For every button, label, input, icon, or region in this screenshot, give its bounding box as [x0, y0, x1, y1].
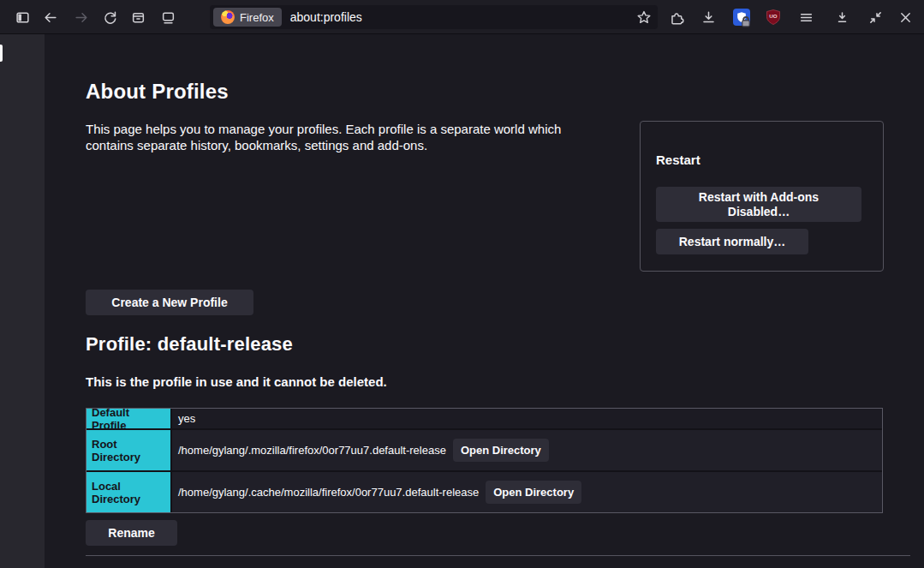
row-header-root-directory: Root Directory	[86, 430, 172, 470]
archive-box-button[interactable]	[126, 5, 150, 29]
page-description: This page helps you to manage your profi…	[86, 121, 608, 153]
table-row: Root Directory /home/gylang/.mozilla/fir…	[86, 428, 882, 470]
bookmark-star-button[interactable]	[634, 7, 654, 27]
back-arrow-icon	[43, 10, 57, 25]
reload-icon	[103, 10, 117, 25]
minimize-button[interactable]	[830, 5, 854, 29]
profile-table: Default Profile yes Root Directory /home…	[86, 408, 883, 513]
open-local-directory-button[interactable]: Open Directory	[486, 481, 581, 504]
restart-section-title: Restart	[656, 152, 700, 167]
archive-box-icon	[131, 10, 146, 25]
table-row: Local Directory /home/gylang/.cache/mozi…	[86, 470, 882, 512]
menu-button[interactable]	[794, 5, 818, 29]
back-button[interactable]	[38, 5, 62, 29]
restart-normally-button[interactable]: Restart normally…	[656, 229, 808, 254]
close-button[interactable]	[893, 5, 917, 29]
restart-addons-disabled-button[interactable]: Restart with Add-ons Disabled…	[656, 187, 861, 222]
local-directory-path: /home/gylang/.cache/mozilla/firefox/0or7…	[178, 486, 479, 499]
active-tab-indicator	[0, 45, 3, 62]
sidebar-toggle-button[interactable]	[10, 5, 34, 29]
table-row: Default Profile yes	[86, 409, 882, 428]
reload-button[interactable]	[98, 5, 122, 29]
create-profile-button[interactable]: Create a New Profile	[86, 290, 253, 315]
lock-icon	[740, 15, 752, 27]
identity-chip[interactable]: Firefox	[213, 8, 282, 27]
url-bar[interactable]: Firefox about:profiles	[210, 5, 658, 29]
vertical-tab-strip	[0, 34, 45, 568]
bitwarden-extension-button[interactable]	[730, 5, 754, 29]
profile-heading: Profile: default-release	[86, 333, 293, 356]
hamburger-menu-icon	[799, 10, 814, 25]
firefox-logo-icon	[221, 10, 235, 24]
minimize-arrow-icon	[835, 10, 849, 25]
rename-button[interactable]: Rename	[86, 520, 177, 546]
restore-button[interactable]	[863, 5, 887, 29]
extensions-button[interactable]	[665, 5, 689, 29]
forward-arrow-icon	[75, 10, 89, 25]
sidebar-toggle-icon	[15, 10, 30, 25]
restart-section: Restart Restart with Add-ons Disabled… R…	[640, 121, 884, 272]
firefox-window: Firefox about:profiles	[0, 0, 924, 568]
profile-in-use-note: This is the profile in use and it cannot…	[86, 374, 387, 389]
bitwarden-shield-icon	[733, 9, 750, 26]
row-header-local-directory: Local Directory	[86, 472, 172, 512]
downloads-button[interactable]	[696, 5, 720, 29]
ublock-badge-text: UO	[769, 13, 777, 19]
browser-window-button[interactable]	[156, 5, 180, 29]
navigation-toolbar: Firefox about:profiles	[0, 0, 924, 34]
section-divider	[86, 555, 910, 556]
restore-arrows-icon	[868, 10, 883, 25]
about-profiles-page: About Profiles This page helps you to ma…	[45, 34, 924, 568]
downloads-icon	[701, 10, 716, 25]
browser-window-icon	[161, 10, 176, 25]
identity-chip-label: Firefox	[240, 11, 274, 24]
default-profile-value: yes	[178, 412, 195, 425]
open-root-directory-button[interactable]: Open Directory	[453, 439, 549, 462]
url-text: about:profiles	[290, 10, 634, 24]
close-x-icon	[898, 10, 913, 25]
forward-button[interactable]	[69, 5, 93, 29]
ublock-shield-icon: UO	[765, 9, 782, 26]
ublock-extension-button[interactable]: UO	[761, 5, 785, 29]
bookmark-star-icon	[637, 10, 651, 24]
root-directory-path: /home/gylang/.mozilla/firefox/0or77uu7.d…	[178, 444, 446, 457]
page-title: About Profiles	[86, 80, 229, 104]
row-header-default-profile: Default Profile	[86, 409, 172, 428]
extensions-puzzle-icon	[670, 10, 684, 25]
